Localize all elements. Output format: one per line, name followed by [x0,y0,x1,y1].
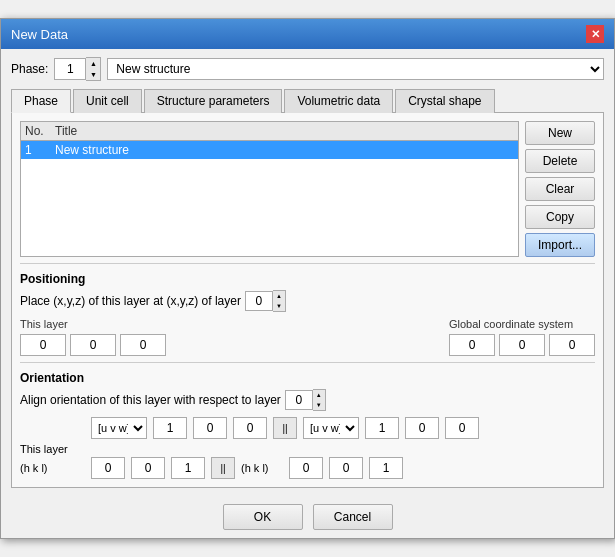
tab-volumetric-data[interactable]: Volumetric data [284,89,393,113]
col-no-header: No. [25,124,55,138]
phase-spinner: ▲ ▼ [54,57,101,81]
row-no: 1 [25,143,55,157]
global-coord-label: Global coordinate system [449,318,595,330]
positioning-layer-increment[interactable]: ▲ [273,291,285,301]
global-hkl-2[interactable] [329,457,363,479]
clear-button[interactable]: Clear [525,177,595,201]
global-uvw-select[interactable]: [u v w] [303,417,359,439]
divider-1 [20,263,595,264]
copy-button[interactable]: Copy [525,205,595,229]
side-buttons: New Delete Clear Copy Import... [525,121,595,257]
close-button[interactable]: ✕ [586,25,604,43]
orientation-layer-spinner-buttons: ▲ ▼ [313,389,326,411]
this-layer-hkl-3[interactable] [171,457,205,479]
orientation-layer-increment[interactable]: ▲ [313,390,325,400]
this-layer-hkl-2[interactable] [131,457,165,479]
this-layer-hkl-label: (h k l) [20,462,85,474]
this-layer-group: This layer [20,318,166,356]
tab-crystal-shape[interactable]: Crystal shape [395,89,494,113]
phase-label: Phase: [11,62,48,76]
global-coord-inputs [449,334,595,356]
dialog-body: Phase: ▲ ▼ New structure Phase Unit cell… [1,49,614,496]
positioning-layer-input[interactable] [245,291,273,311]
tab-unit-cell[interactable]: Unit cell [73,89,142,113]
title-bar: New Data ✕ [1,19,614,49]
this-layer-uvw-select[interactable]: [u v w] [91,417,147,439]
orientation-title: Orientation [20,371,595,385]
this-layer-uvw-1[interactable] [153,417,187,439]
global-uvw-1[interactable] [365,417,399,439]
dialog-footer: OK Cancel [1,496,614,538]
positioning-title: Positioning [20,272,595,286]
divider-bottom-button[interactable]: || [211,457,235,479]
positioning-section: Positioning Place (x,y,z) of this layer … [20,272,595,356]
global-coord-group: Global coordinate system [449,318,595,356]
orientation-desc-text: Align orientation of this layer with res… [20,393,281,407]
tab-content-phase: No. Title 1 New structure New Delete Cle… [11,113,604,488]
col-title-header: Title [55,124,514,138]
phase-increment-button[interactable]: ▲ [86,58,100,69]
global-z-input[interactable] [549,334,595,356]
phase-row: Phase: ▲ ▼ New structure [11,57,604,81]
orientation-desc: Align orientation of this layer with res… [20,389,595,411]
global-uvw-3[interactable] [445,417,479,439]
delete-button[interactable]: Delete [525,149,595,173]
phase-table-area: No. Title 1 New structure New Delete Cle… [20,121,595,257]
row-title: New structure [55,143,514,157]
positioning-layer-spinner: ▲ ▼ [245,290,286,312]
phase-table: No. Title 1 New structure [20,121,519,257]
divider-top-button[interactable]: || [273,417,297,439]
global-hkl-3[interactable] [369,457,403,479]
ok-button[interactable]: OK [223,504,303,530]
global-x-input[interactable] [449,334,495,356]
positioning-coord-row: This layer Global coordinate system [20,318,595,356]
cancel-button[interactable]: Cancel [313,504,393,530]
import-button[interactable]: Import... [525,233,595,257]
this-layer-hkl-1[interactable] [91,457,125,479]
global-hkl-1[interactable] [289,457,323,479]
positioning-layer-spinner-buttons: ▲ ▼ [273,290,286,312]
orientation-section: Orientation Align orientation of this la… [20,371,595,479]
orientation-layer-input[interactable] [285,390,313,410]
global-uvw-2[interactable] [405,417,439,439]
this-layer-orient-col-label: This layer [20,443,85,455]
new-data-dialog: New Data ✕ Phase: ▲ ▼ New structure Phas… [0,18,615,539]
orientation-layer-spinner: ▲ ▼ [285,389,326,411]
phase-value-input[interactable] [54,58,86,80]
dialog-title: New Data [11,27,68,42]
tab-phase[interactable]: Phase [11,89,71,113]
this-layer-x-input[interactable] [20,334,66,356]
table-header: No. Title [21,122,518,141]
this-layer-uvw-3[interactable] [233,417,267,439]
phase-spinner-buttons: ▲ ▼ [86,57,101,81]
positioning-desc: Place (x,y,z) of this layer at (x,y,z) o… [20,290,595,312]
global-y-input[interactable] [499,334,545,356]
table-row[interactable]: 1 New structure [21,141,518,159]
this-layer-z-input[interactable] [120,334,166,356]
divider-2 [20,362,595,363]
positioning-desc-text: Place (x,y,z) of this layer at (x,y,z) o… [20,294,241,308]
phase-decrement-button[interactable]: ▼ [86,69,100,80]
new-button[interactable]: New [525,121,595,145]
tabs: Phase Unit cell Structure parameters Vol… [11,89,604,113]
this-layer-label: This layer [20,318,166,330]
structure-select[interactable]: New structure [107,58,604,80]
this-layer-y-input[interactable] [70,334,116,356]
this-layer-inputs [20,334,166,356]
positioning-layer-decrement[interactable]: ▼ [273,301,285,311]
tab-structure-parameters[interactable]: Structure parameters [144,89,283,113]
global-hkl-label: (h k l) [241,462,283,474]
this-layer-uvw-2[interactable] [193,417,227,439]
orientation-layer-decrement[interactable]: ▼ [313,400,325,410]
